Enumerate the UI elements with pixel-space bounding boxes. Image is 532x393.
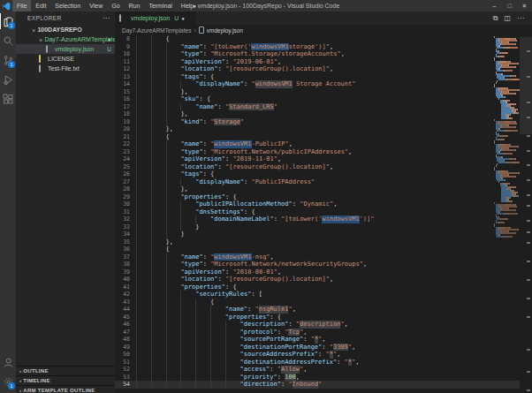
line-number[interactable]: 37 [115, 253, 136, 261]
line-number[interactable]: 50 [115, 351, 136, 359]
activity-accounts-icon[interactable] [0, 352, 16, 372]
line-number[interactable]: 10 [115, 50, 136, 58]
code-line-16[interactable]: 16"sku": { [115, 95, 532, 103]
section-arm-template-outline[interactable]: ›ARM TEMPLATE OUTLINE [16, 385, 115, 393]
line-number[interactable]: 26 [115, 170, 136, 178]
line-number[interactable]: 25 [115, 163, 136, 171]
tree-item-test-file-txt[interactable]: Test-File.txt [16, 64, 115, 73]
code-line-14[interactable]: 14"displayName": "windowsVM1 Storage Acc… [115, 80, 532, 88]
line-number[interactable]: 41 [115, 283, 136, 291]
menu-selection[interactable]: Selection [50, 0, 85, 11]
code-line-27[interactable]: 27"displayName": "PublicIPAddress" [115, 178, 532, 186]
line-number[interactable]: 22 [115, 140, 136, 148]
line-number[interactable]: 33 [115, 223, 136, 231]
minimize-button[interactable]: – [487, 0, 502, 11]
code-line-22[interactable]: 22"name": "windowsVM1-PublicIP", [115, 140, 532, 148]
close-button[interactable]: ✕ [517, 0, 532, 11]
code-line-29[interactable]: 29"properties": { [115, 193, 532, 201]
line-number[interactable]: 39 [115, 268, 136, 276]
code-line-31[interactable]: 31"dnsSettings": { [115, 208, 532, 216]
code-line-52[interactable]: 52"access": "Allow", [115, 366, 532, 374]
code-line-38[interactable]: 38"type": "Microsoft.Network/networkSecu… [115, 261, 532, 268]
code-line-8[interactable]: 8{ [115, 35, 532, 43]
code-line-11[interactable]: 11"apiVersion": "2019-06-01", [115, 58, 532, 66]
code-line-37[interactable]: 37"name": "windowsVM1-nsg", [115, 253, 532, 261]
tab-dirty-indicator[interactable]: ● [181, 16, 185, 21]
code-line-9[interactable]: 9"name": "[toLower('windowsVM1storage')]… [115, 43, 532, 51]
code-line-13[interactable]: 13"tags": { [115, 73, 532, 81]
line-number[interactable]: 29 [115, 193, 136, 201]
line-number[interactable]: 46 [115, 321, 136, 329]
code-line-50[interactable]: 50"sourceAddressPrefix": "*", [115, 351, 532, 359]
line-number[interactable]: 18 [115, 110, 136, 118]
maximize-button[interactable]: □ [502, 0, 517, 11]
open-changes-icon[interactable]: ⧉ [493, 14, 498, 23]
line-number[interactable]: 43 [115, 299, 136, 306]
line-number[interactable]: 42 [115, 291, 136, 299]
code-line-30[interactable]: 30"publicIPAllocationMethod": "Dynamic", [115, 200, 532, 208]
activity-files-icon[interactable]: 1 [0, 11, 16, 31]
line-number[interactable]: 16 [115, 95, 136, 103]
vertical-scrollbar[interactable] [520, 35, 532, 393]
tree-item-day7-azurearmtemplates[interactable]: ∨Day7-AzureARMTemplates● [16, 34, 115, 44]
more-actions-icon[interactable]: ⋯ [517, 14, 524, 22]
code-line-25[interactable]: 25"location": "[resourceGroup().location… [115, 163, 532, 171]
code-line-47[interactable]: 47"protocol": "Tcp", [115, 329, 532, 336]
code-line-24[interactable]: 24"apiVersion": "2019-11-01", [115, 155, 532, 163]
line-number[interactable]: 40 [115, 276, 136, 283]
line-number[interactable]: 38 [115, 261, 136, 268]
code-line-42[interactable]: 42"securityRules": [ [115, 291, 532, 299]
menu-run[interactable]: Run [125, 0, 145, 11]
line-number[interactable]: 19 [115, 118, 136, 126]
code-line-53[interactable]: 53"priority": 100, [115, 374, 532, 382]
section-timeline[interactable]: ›TIMELINE [16, 375, 115, 385]
line-number[interactable]: 54 [115, 381, 136, 389]
code-line-18[interactable]: 18}, [115, 110, 532, 118]
line-number[interactable]: 49 [115, 344, 136, 351]
code-line-43[interactable]: 43{ [115, 299, 532, 306]
line-number[interactable]: 15 [115, 88, 136, 96]
code-line-51[interactable]: 51"destinationAddressPrefix": "*", [115, 359, 532, 367]
menu-file[interactable]: File [12, 0, 31, 11]
activity-settings-gear-icon[interactable]: 1 [0, 372, 16, 391]
code-line-17[interactable]: 17"name": "Standard_LRS" [115, 103, 532, 111]
tree-item-vmdeploy-json[interactable]: vmdeploy.jsonU [16, 44, 115, 54]
code-line-20[interactable]: 20}, [115, 125, 532, 133]
code-line-15[interactable]: 15}, [115, 88, 532, 96]
menu-terminal[interactable]: Terminal [144, 0, 176, 11]
code-line-34[interactable]: 34} [115, 231, 532, 238]
line-number[interactable]: 51 [115, 359, 136, 367]
breadcrumb-file[interactable]: vmdeploy.json [199, 26, 243, 34]
code-line-44[interactable]: 44"name": "nsgRule1", [115, 306, 532, 314]
code-line-32[interactable]: 32"domainNameLabel": "[toLower('windowsV… [115, 215, 532, 223]
line-number[interactable]: 31 [115, 208, 136, 216]
code-line-36[interactable]: 36{ [115, 246, 532, 253]
code-line-23[interactable]: 23"type": "Microsoft.Network/publicIPAdd… [115, 148, 532, 156]
line-number[interactable]: 35 [115, 238, 136, 246]
minimap[interactable] [491, 36, 520, 393]
code-line-26[interactable]: 26"tags": { [115, 170, 532, 178]
split-editor-icon[interactable]: ◫ [504, 14, 511, 22]
code-editor[interactable]: 8{9"name": "[toLower('windowsVM1storage'… [115, 35, 532, 393]
line-number[interactable]: 32 [115, 215, 136, 223]
code-line-40[interactable]: 40"location": "[resourceGroup().location… [115, 276, 532, 283]
menu-view[interactable]: View [85, 0, 107, 11]
line-number[interactable]: 27 [115, 178, 136, 186]
tree-item-100daysrepo[interactable]: ∨100DAYSREPO [16, 25, 115, 34]
code-line-35[interactable]: 35}, [115, 238, 532, 246]
code-line-45[interactable]: 45"properties": { [115, 314, 532, 321]
tree-item-license[interactable]: LICENSE [16, 54, 115, 64]
line-number[interactable]: 12 [115, 65, 136, 73]
code-line-19[interactable]: 19"kind": "Storage" [115, 118, 532, 126]
line-number[interactable]: 24 [115, 155, 136, 163]
menu-help[interactable]: Help [177, 0, 198, 11]
line-number[interactable]: 52 [115, 366, 136, 374]
code-line-41[interactable]: 41"properties": { [115, 283, 532, 291]
line-number[interactable]: 36 [115, 246, 136, 253]
line-number[interactable]: 45 [115, 314, 136, 321]
code-line-49[interactable]: 49"destinationPortRange": "3389", [115, 344, 532, 351]
activity-run-debug-icon[interactable] [0, 70, 16, 89]
line-number[interactable]: 9 [115, 43, 136, 51]
code-line-12[interactable]: 12"location": "[resourceGroup().location… [115, 65, 532, 73]
activity-source-control-icon[interactable]: 1 [0, 50, 16, 70]
